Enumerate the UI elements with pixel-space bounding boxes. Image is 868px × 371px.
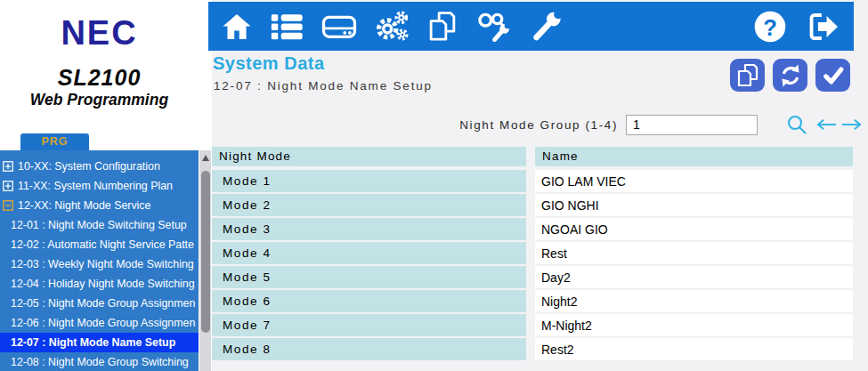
sidebar-item-10xx[interactable]: 10-XX: System Configuration: [0, 157, 199, 176]
name-input[interactable]: [535, 290, 853, 312]
mode-label-cell: Mode 3: [212, 218, 526, 240]
night-mode-group-label: Night Mode Group (1-4): [459, 118, 618, 132]
table-row: Mode 6: [212, 290, 853, 312]
search-icon[interactable]: [786, 114, 807, 135]
logout-icon[interactable]: [805, 12, 840, 42]
column-header-night-mode: Night Mode: [212, 147, 526, 166]
sidebar-item-1206[interactable]: 12-06 : Night Mode Group Assignmen: [0, 313, 199, 333]
table-row: Mode 8: [212, 338, 853, 360]
expand-plus-icon[interactable]: [3, 181, 13, 191]
sidebar-item-label: 12-01 : Night Mode Switching Setup: [11, 219, 187, 231]
scrollbar-up-arrow[interactable]: [202, 155, 209, 161]
mode-label-cell: Mode 5: [212, 266, 526, 288]
scrollbar-thumb[interactable]: [201, 171, 210, 333]
table-row: Mode 1: [212, 170, 853, 192]
column-header-name: Name: [535, 147, 853, 166]
table-row: Mode 2: [212, 194, 853, 216]
record-nav-arrows: [815, 118, 863, 131]
toolbar: ?: [208, 2, 854, 51]
menu-list-icon[interactable]: [270, 12, 304, 41]
name-input[interactable]: [535, 314, 853, 336]
prev-arrow-icon[interactable]: [815, 118, 838, 131]
name-input[interactable]: [535, 242, 853, 264]
expand-plus-icon[interactable]: [3, 161, 13, 172]
tools-wrench-icon[interactable]: [530, 11, 564, 43]
sl2100-web-programming-window: NEC SL2100 Web Programming PRG 10-XX: Sy…: [0, 0, 868, 371]
sidebar-item-label: 12-XX: Night Mode Service: [18, 199, 150, 212]
sidebar-item-label: 12-08 : Night Mode Group Switching: [11, 356, 189, 368]
refresh-button[interactable]: [773, 59, 807, 92]
product-subtitle: Web Programming: [0, 91, 199, 109]
sidebar-item-11xx[interactable]: 11-XX: System Numbering Plan: [0, 176, 199, 196]
name-input[interactable]: [535, 170, 853, 192]
name-input[interactable]: [535, 266, 853, 288]
sidebar-item-label: 12-06 : Night Mode Group Assignmen: [11, 317, 195, 329]
prg-menu: 10-XX: System Configuration 11-XX: Syste…: [0, 150, 199, 371]
expand-minus-icon[interactable]: [3, 200, 13, 211]
help-icon[interactable]: ?: [753, 10, 787, 44]
copy-button[interactable]: [730, 59, 765, 92]
sidebar-item-1204[interactable]: 12-04 : Holiday Night Mode Switching: [0, 274, 199, 294]
sidebar-item-label: 12-05 : Night Mode Group Assignmen: [11, 297, 195, 310]
page-subtitle: 12-07 : Night Mode Name Setup: [214, 79, 433, 93]
action-buttons: [730, 59, 850, 92]
menu-scrollbar[interactable]: [199, 150, 211, 371]
home-icon[interactable]: [222, 13, 252, 40]
sidebar-item-1201[interactable]: 12-01 : Night Mode Switching Setup: [0, 215, 199, 235]
table-row: Mode 7: [212, 314, 853, 336]
product-name: SL2100: [0, 65, 199, 91]
table-row: Mode 4: [212, 242, 853, 264]
apply-check-button[interactable]: [815, 59, 850, 92]
page-title: System Data: [213, 53, 325, 74]
sidebar-item-1205[interactable]: 12-05 : Night Mode Group Assignmen: [0, 294, 199, 313]
mode-label-cell: Mode 1: [212, 170, 526, 192]
sidebar: NEC SL2100 Web Programming PRG 10-XX: Sy…: [0, 0, 212, 371]
sidebar-item-label: 11-XX: System Numbering Plan: [18, 180, 173, 192]
sidebar-item-label: 12-04 : Holiday Night Mode Switching: [11, 278, 195, 290]
copy-icon[interactable]: [426, 11, 458, 43]
mode-label-cell: Mode 8: [212, 338, 526, 360]
sidebar-item-label: 12-03 : Weekly Night Mode Switching: [11, 258, 194, 270]
table-header-row: Night Mode Name: [212, 147, 853, 166]
nec-logo: NEC: [0, 14, 199, 52]
name-input[interactable]: [535, 218, 853, 240]
sidebar-item-label: 12-07 : Night Mode Name Setup: [11, 336, 175, 349]
maintenance-icon[interactable]: [476, 12, 512, 42]
mode-label-cell: Mode 7: [212, 314, 526, 336]
storage-icon[interactable]: [321, 13, 357, 40]
sidebar-item-1202[interactable]: 12-02 : Automatic Night Service Patte: [0, 235, 199, 254]
name-input[interactable]: [535, 194, 853, 216]
sidebar-item-label: 12-02 : Automatic Night Service Patte: [11, 238, 194, 251]
settings-gears-icon[interactable]: [375, 11, 409, 43]
sidebar-item-1207-selected[interactable]: 12-07 : Night Mode Name Setup: [0, 333, 199, 352]
night-mode-group-row: Night Mode Group (1-4): [459, 113, 863, 136]
name-input[interactable]: [535, 338, 853, 360]
table-row: Mode 5: [212, 266, 853, 288]
sidebar-item-1203[interactable]: 12-03 : Weekly Night Mode Switching: [0, 254, 199, 274]
sidebar-item-12xx[interactable]: 12-XX: Night Mode Service: [0, 196, 199, 215]
mode-label-cell: Mode 4: [212, 242, 526, 264]
sidebar-item-1208[interactable]: 12-08 : Night Mode Group Switching: [0, 352, 199, 371]
mode-label-cell: Mode 6: [212, 290, 526, 312]
night-mode-name-table: Night Mode Name Mode 1 Mode 2 Mode 3 Mod…: [212, 147, 853, 362]
sidebar-item-label: 10-XX: System Configuration: [18, 160, 160, 173]
table-row: Mode 3: [212, 218, 853, 240]
prg-tab[interactable]: PRG: [20, 133, 89, 150]
night-mode-group-input[interactable]: [626, 115, 758, 135]
main-content: ? System Data 12-07 : Night Mode Name Se…: [212, 0, 868, 371]
next-arrow-icon[interactable]: [840, 118, 863, 131]
svg-text:?: ?: [763, 14, 777, 39]
mode-label-cell: Mode 2: [212, 194, 526, 216]
